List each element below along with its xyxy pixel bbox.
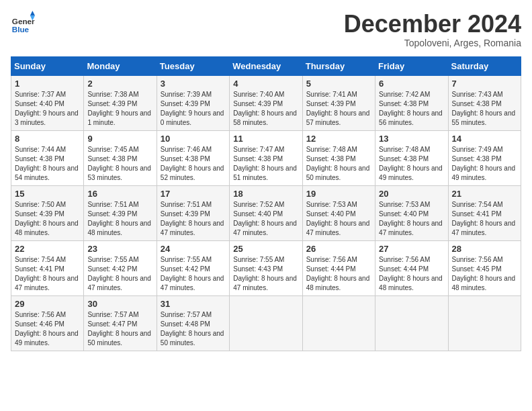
day-info: Sunrise: 7:46 AM Sunset: 4:38 PM Dayligh… bbox=[161, 145, 226, 183]
calendar-cell: 15 Sunrise: 7:50 AM Sunset: 4:39 PM Dayl… bbox=[11, 185, 84, 240]
day-number: 15 bbox=[15, 189, 80, 199]
day-number: 9 bbox=[87, 134, 152, 144]
calendar-cell: 7 Sunrise: 7:43 AM Sunset: 4:38 PM Dayli… bbox=[448, 75, 521, 130]
calendar-cell: 26 Sunrise: 7:56 AM Sunset: 4:44 PM Dayl… bbox=[302, 240, 375, 295]
day-number: 20 bbox=[379, 189, 444, 199]
calendar-week-2: 8 Sunrise: 7:44 AM Sunset: 4:38 PM Dayli… bbox=[11, 130, 521, 185]
day-info: Sunrise: 7:43 AM Sunset: 4:38 PM Dayligh… bbox=[452, 90, 517, 128]
calendar-cell: 4 Sunrise: 7:40 AM Sunset: 4:39 PM Dayli… bbox=[230, 75, 302, 130]
calendar-week-1: 1 Sunrise: 7:37 AM Sunset: 4:40 PM Dayli… bbox=[11, 75, 521, 130]
day-number: 29 bbox=[15, 299, 80, 309]
day-info: Sunrise: 7:42 AM Sunset: 4:38 PM Dayligh… bbox=[379, 90, 444, 128]
day-info: Sunrise: 7:56 AM Sunset: 4:44 PM Dayligh… bbox=[306, 255, 371, 293]
day-info: Sunrise: 7:48 AM Sunset: 4:38 PM Dayligh… bbox=[379, 145, 444, 183]
day-info: Sunrise: 7:51 AM Sunset: 4:39 PM Dayligh… bbox=[87, 200, 152, 238]
col-tuesday: Tuesday bbox=[157, 56, 229, 75]
col-monday: Monday bbox=[84, 56, 157, 75]
calendar-cell: 3 Sunrise: 7:39 AM Sunset: 4:39 PM Dayli… bbox=[157, 75, 229, 130]
calendar-cell: 27 Sunrise: 7:56 AM Sunset: 4:44 PM Dayl… bbox=[375, 240, 448, 295]
page-header: General Blue December 2024 Topoloveni, A… bbox=[11, 11, 521, 48]
calendar-week-3: 15 Sunrise: 7:50 AM Sunset: 4:39 PM Dayl… bbox=[11, 185, 521, 240]
day-info: Sunrise: 7:57 AM Sunset: 4:47 PM Dayligh… bbox=[87, 310, 152, 348]
day-number: 12 bbox=[306, 134, 371, 144]
calendar-cell: 10 Sunrise: 7:46 AM Sunset: 4:38 PM Dayl… bbox=[157, 130, 229, 185]
day-info: Sunrise: 7:41 AM Sunset: 4:39 PM Dayligh… bbox=[306, 90, 371, 128]
day-number: 2 bbox=[87, 79, 152, 89]
col-friday: Friday bbox=[375, 56, 448, 75]
day-info: Sunrise: 7:56 AM Sunset: 4:45 PM Dayligh… bbox=[452, 255, 517, 293]
calendar-cell: 9 Sunrise: 7:45 AM Sunset: 4:38 PM Dayli… bbox=[84, 130, 157, 185]
calendar-cell bbox=[230, 295, 302, 351]
calendar-cell: 22 Sunrise: 7:54 AM Sunset: 4:41 PM Dayl… bbox=[11, 240, 84, 295]
day-info: Sunrise: 7:48 AM Sunset: 4:38 PM Dayligh… bbox=[306, 145, 371, 183]
calendar-cell: 5 Sunrise: 7:41 AM Sunset: 4:39 PM Dayli… bbox=[302, 75, 375, 130]
svg-marker-2 bbox=[30, 11, 35, 15]
day-info: Sunrise: 7:44 AM Sunset: 4:38 PM Dayligh… bbox=[15, 145, 80, 183]
day-number: 7 bbox=[452, 79, 517, 89]
calendar-cell: 25 Sunrise: 7:55 AM Sunset: 4:43 PM Dayl… bbox=[230, 240, 302, 295]
calendar-cell: 17 Sunrise: 7:51 AM Sunset: 4:39 PM Dayl… bbox=[157, 185, 229, 240]
day-info: Sunrise: 7:45 AM Sunset: 4:38 PM Dayligh… bbox=[87, 145, 152, 183]
calendar-table: Sunday Monday Tuesday Wednesday Thursday… bbox=[11, 56, 521, 351]
day-number: 5 bbox=[306, 79, 371, 89]
day-info: Sunrise: 7:40 AM Sunset: 4:39 PM Dayligh… bbox=[233, 90, 298, 128]
day-number: 4 bbox=[233, 79, 298, 89]
day-number: 23 bbox=[87, 244, 152, 254]
day-info: Sunrise: 7:53 AM Sunset: 4:40 PM Dayligh… bbox=[306, 200, 371, 238]
day-info: Sunrise: 7:47 AM Sunset: 4:38 PM Dayligh… bbox=[233, 145, 298, 183]
calendar-cell: 18 Sunrise: 7:52 AM Sunset: 4:40 PM Dayl… bbox=[230, 185, 302, 240]
day-info: Sunrise: 7:54 AM Sunset: 4:41 PM Dayligh… bbox=[452, 200, 517, 238]
day-number: 27 bbox=[379, 244, 444, 254]
calendar-week-4: 22 Sunrise: 7:54 AM Sunset: 4:41 PM Dayl… bbox=[11, 240, 521, 295]
day-number: 17 bbox=[161, 189, 226, 199]
calendar-cell: 21 Sunrise: 7:54 AM Sunset: 4:41 PM Dayl… bbox=[448, 185, 521, 240]
header-row: Sunday Monday Tuesday Wednesday Thursday… bbox=[11, 56, 521, 75]
calendar-cell: 6 Sunrise: 7:42 AM Sunset: 4:38 PM Dayli… bbox=[375, 75, 448, 130]
calendar-cell: 16 Sunrise: 7:51 AM Sunset: 4:39 PM Dayl… bbox=[84, 185, 157, 240]
calendar-cell: 30 Sunrise: 7:57 AM Sunset: 4:47 PM Dayl… bbox=[84, 295, 157, 351]
day-number: 10 bbox=[161, 134, 226, 144]
day-number: 14 bbox=[452, 134, 517, 144]
day-number: 16 bbox=[87, 189, 152, 199]
calendar-cell: 29 Sunrise: 7:56 AM Sunset: 4:46 PM Dayl… bbox=[11, 295, 84, 351]
calendar-cell: 14 Sunrise: 7:49 AM Sunset: 4:38 PM Dayl… bbox=[448, 130, 521, 185]
day-info: Sunrise: 7:57 AM Sunset: 4:48 PM Dayligh… bbox=[161, 310, 226, 348]
calendar-cell: 2 Sunrise: 7:38 AM Sunset: 4:39 PM Dayli… bbox=[84, 75, 157, 130]
day-info: Sunrise: 7:39 AM Sunset: 4:39 PM Dayligh… bbox=[161, 90, 226, 128]
calendar-cell: 8 Sunrise: 7:44 AM Sunset: 4:38 PM Dayli… bbox=[11, 130, 84, 185]
day-info: Sunrise: 7:37 AM Sunset: 4:40 PM Dayligh… bbox=[15, 90, 80, 128]
calendar-cell: 1 Sunrise: 7:37 AM Sunset: 4:40 PM Dayli… bbox=[11, 75, 84, 130]
day-number: 3 bbox=[161, 79, 226, 89]
logo: General Blue bbox=[11, 11, 35, 35]
day-info: Sunrise: 7:55 AM Sunset: 4:42 PM Dayligh… bbox=[87, 255, 152, 293]
calendar-cell bbox=[302, 295, 375, 351]
calendar-cell: 31 Sunrise: 7:57 AM Sunset: 4:48 PM Dayl… bbox=[157, 295, 229, 351]
day-info: Sunrise: 7:38 AM Sunset: 4:39 PM Dayligh… bbox=[87, 90, 152, 128]
day-info: Sunrise: 7:50 AM Sunset: 4:39 PM Dayligh… bbox=[15, 200, 80, 238]
day-info: Sunrise: 7:56 AM Sunset: 4:46 PM Dayligh… bbox=[15, 310, 80, 348]
calendar-title: December 2024 bbox=[344, 11, 521, 38]
calendar-cell: 24 Sunrise: 7:55 AM Sunset: 4:42 PM Dayl… bbox=[157, 240, 229, 295]
col-saturday: Saturday bbox=[448, 56, 521, 75]
day-number: 18 bbox=[233, 189, 298, 199]
day-number: 8 bbox=[15, 134, 80, 144]
calendar-cell: 19 Sunrise: 7:53 AM Sunset: 4:40 PM Dayl… bbox=[302, 185, 375, 240]
day-number: 11 bbox=[233, 134, 298, 144]
day-number: 1 bbox=[15, 79, 80, 89]
day-number: 22 bbox=[15, 244, 80, 254]
calendar-cell bbox=[375, 295, 448, 351]
day-info: Sunrise: 7:51 AM Sunset: 4:39 PM Dayligh… bbox=[161, 200, 226, 238]
calendar-cell: 12 Sunrise: 7:48 AM Sunset: 4:38 PM Dayl… bbox=[302, 130, 375, 185]
calendar-cell bbox=[448, 295, 521, 351]
calendar-cell: 23 Sunrise: 7:55 AM Sunset: 4:42 PM Dayl… bbox=[84, 240, 157, 295]
day-info: Sunrise: 7:54 AM Sunset: 4:41 PM Dayligh… bbox=[15, 255, 80, 293]
col-sunday: Sunday bbox=[11, 56, 84, 75]
day-number: 25 bbox=[233, 244, 298, 254]
title-block: December 2024 Topoloveni, Arges, Romania bbox=[344, 11, 521, 48]
day-info: Sunrise: 7:55 AM Sunset: 4:42 PM Dayligh… bbox=[161, 255, 226, 293]
day-info: Sunrise: 7:49 AM Sunset: 4:38 PM Dayligh… bbox=[452, 145, 517, 183]
day-info: Sunrise: 7:53 AM Sunset: 4:40 PM Dayligh… bbox=[379, 200, 444, 238]
day-number: 28 bbox=[452, 244, 517, 254]
day-number: 21 bbox=[452, 189, 517, 199]
calendar-cell: 13 Sunrise: 7:48 AM Sunset: 4:38 PM Dayl… bbox=[375, 130, 448, 185]
